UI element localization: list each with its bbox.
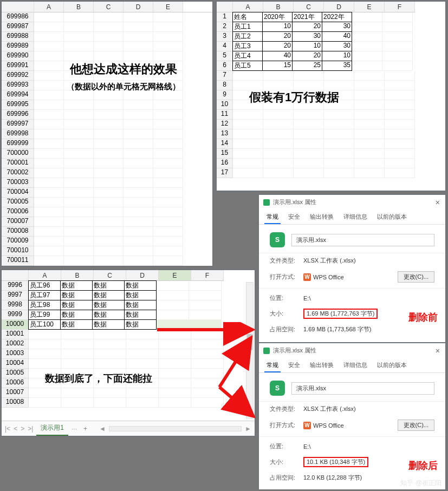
cell[interactable] bbox=[94, 237, 124, 246]
cell[interactable] bbox=[324, 159, 354, 168]
cell[interactable] bbox=[294, 139, 324, 149]
data-cell[interactable]: 30 bbox=[292, 31, 322, 42]
column-header[interactable]: F bbox=[191, 270, 224, 281]
row-header[interactable]: 700011 bbox=[2, 256, 34, 266]
data-cell[interactable]: 员工96 bbox=[28, 280, 61, 291]
cell[interactable] bbox=[153, 61, 183, 71]
cell[interactable] bbox=[382, 51, 413, 61]
scrollbar-thumb[interactable] bbox=[247, 334, 252, 350]
row-header[interactable]: 700009 bbox=[2, 237, 34, 246]
row-header[interactable]: 699998 bbox=[2, 129, 34, 139]
change-button[interactable]: 更改(C)... bbox=[398, 271, 434, 283]
row-header[interactable]: 9999 bbox=[2, 310, 29, 320]
cell[interactable] bbox=[94, 90, 124, 100]
hscroll-right-icon[interactable]: ► bbox=[245, 425, 251, 433]
cell[interactable] bbox=[385, 129, 415, 139]
cell[interactable] bbox=[34, 237, 64, 246]
cell[interactable] bbox=[124, 237, 153, 246]
row-header[interactable]: 699986 bbox=[2, 12, 34, 22]
cell[interactable] bbox=[34, 178, 64, 188]
cell[interactable] bbox=[153, 207, 183, 217]
select-all-corner[interactable] bbox=[2, 270, 29, 281]
tab-nav-next-icon[interactable]: > bbox=[21, 425, 24, 433]
cell[interactable] bbox=[61, 339, 94, 349]
data-cell[interactable]: 数据 bbox=[60, 319, 93, 330]
dialog-tab[interactable]: 常规 bbox=[264, 359, 281, 372]
cell[interactable] bbox=[191, 388, 224, 398]
cell[interactable] bbox=[159, 378, 191, 388]
cell[interactable] bbox=[64, 139, 94, 149]
header-cell[interactable]: 姓名 bbox=[232, 12, 263, 22]
cell[interactable] bbox=[153, 178, 183, 188]
cell[interactable] bbox=[354, 81, 385, 90]
cell[interactable] bbox=[64, 188, 94, 198]
add-sheet-button[interactable]: + bbox=[80, 425, 90, 433]
row-header[interactable]: 699995 bbox=[2, 100, 34, 110]
cell[interactable] bbox=[34, 207, 64, 217]
row-header[interactable]: 699994 bbox=[2, 90, 34, 100]
cell[interactable] bbox=[126, 359, 159, 369]
row-header[interactable]: 10008 bbox=[2, 398, 29, 408]
cell[interactable] bbox=[94, 178, 124, 188]
cell[interactable] bbox=[124, 198, 153, 207]
data-cell[interactable]: 20 bbox=[262, 41, 293, 51]
tab-more-icon[interactable]: ··· bbox=[72, 425, 77, 433]
cell[interactable] bbox=[385, 90, 415, 100]
row-header[interactable]: 15 bbox=[217, 149, 233, 159]
row-header[interactable]: 700003 bbox=[2, 178, 34, 188]
cell[interactable] bbox=[189, 281, 222, 291]
cell[interactable] bbox=[94, 398, 126, 408]
cell[interactable] bbox=[126, 349, 159, 359]
grid-body[interactable]: 9996员工96数据数据数据9997员工97数据数据数据9998员工98数据数据… bbox=[2, 281, 255, 422]
column-header[interactable]: A bbox=[29, 270, 61, 281]
row-header[interactable]: 14 bbox=[217, 139, 233, 149]
cell[interactable] bbox=[64, 237, 94, 246]
dialog-tab[interactable]: 输出转换 bbox=[308, 211, 336, 224]
cell[interactable] bbox=[64, 110, 94, 120]
row-header[interactable]: 10007 bbox=[2, 388, 29, 398]
cell[interactable] bbox=[324, 149, 354, 159]
row-header[interactable]: 9997 bbox=[2, 291, 29, 300]
cell[interactable] bbox=[94, 71, 124, 81]
cell[interactable] bbox=[94, 330, 126, 339]
cell[interactable] bbox=[64, 71, 94, 81]
data-cell[interactable]: 30 bbox=[322, 22, 352, 32]
cell[interactable] bbox=[34, 246, 64, 256]
cell[interactable] bbox=[34, 188, 64, 198]
row-header[interactable]: 10003 bbox=[2, 349, 29, 359]
cell[interactable] bbox=[34, 12, 64, 22]
cell[interactable] bbox=[191, 369, 224, 378]
grid-body[interactable]: 6999866999876999886999896999906999916999… bbox=[2, 12, 212, 267]
cell[interactable] bbox=[61, 330, 94, 339]
cell[interactable] bbox=[354, 129, 385, 139]
cell[interactable] bbox=[153, 237, 183, 246]
header-cell[interactable]: 2022年 bbox=[322, 12, 352, 22]
cell[interactable] bbox=[354, 110, 385, 120]
cell[interactable] bbox=[263, 149, 294, 159]
row-header[interactable]: 9 bbox=[217, 90, 233, 100]
cell[interactable] bbox=[385, 110, 415, 120]
dialog-tab[interactable]: 详细信息 bbox=[341, 359, 369, 372]
data-cell[interactable]: 10 bbox=[322, 51, 352, 61]
data-cell[interactable]: 员工98 bbox=[28, 300, 61, 310]
worksheet-tab[interactable]: 演示用1 bbox=[36, 421, 68, 436]
cell[interactable] bbox=[64, 120, 94, 129]
cell[interactable] bbox=[124, 100, 153, 110]
cell[interactable] bbox=[94, 388, 126, 398]
cell[interactable] bbox=[34, 81, 64, 90]
cell[interactable] bbox=[64, 149, 94, 159]
cell[interactable] bbox=[124, 61, 153, 71]
select-all-corner[interactable] bbox=[2, 2, 34, 12]
cell[interactable] bbox=[124, 51, 153, 61]
header-cell[interactable]: 2021年 bbox=[292, 12, 322, 22]
cell[interactable] bbox=[124, 149, 153, 159]
cell[interactable] bbox=[263, 110, 294, 120]
cell[interactable] bbox=[324, 129, 354, 139]
cell[interactable] bbox=[385, 168, 415, 178]
cell[interactable] bbox=[153, 198, 183, 207]
cell[interactable] bbox=[126, 330, 159, 339]
cell[interactable] bbox=[385, 159, 415, 168]
data-cell[interactable]: 员工99 bbox=[28, 310, 61, 320]
row-header[interactable]: 9998 bbox=[2, 300, 29, 310]
cell[interactable] bbox=[94, 188, 124, 198]
